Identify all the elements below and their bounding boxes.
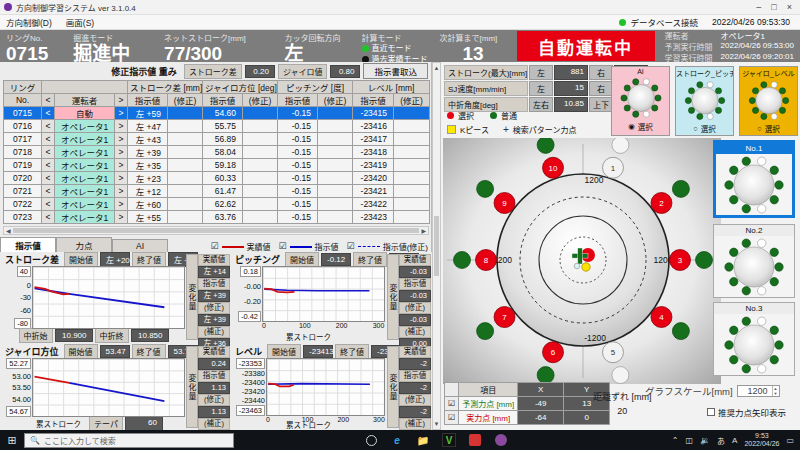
table-row[interactable]: 0720<オペレータ1>左 +2360.33-0.15-23420 (4, 172, 430, 185)
table-row[interactable]: 0715<自動>左 +5954.60-0.15-23415 (4, 107, 430, 120)
tab-force-point[interactable]: 力点 (56, 237, 112, 252)
gyro-mod-cell[interactable] (243, 133, 278, 146)
scrollbar-thumb[interactable] (434, 216, 439, 276)
pitch-mod-cell[interactable] (318, 185, 353, 198)
graph-scale-spinner[interactable]: 1200 ▲▼ (737, 385, 780, 397)
stroke-mod-cell[interactable] (168, 107, 203, 120)
scroll-down-icon[interactable]: ▼ (434, 421, 440, 427)
pitch-mod-cell[interactable] (318, 198, 353, 211)
gyro-mod-cell[interactable] (243, 107, 278, 120)
scrollbar-thumb[interactable] (13, 228, 420, 233)
gyro-mod-cell[interactable] (243, 185, 278, 198)
prev-ring-button[interactable]: < (42, 185, 55, 198)
arrow-checkbox-icon[interactable] (707, 408, 715, 416)
legend-instruction-checkbox[interactable]: ☑ (279, 242, 287, 251)
prev-ring-button[interactable]: < (42, 133, 55, 146)
prev-ring-button[interactable]: < (42, 107, 55, 120)
maximize-button[interactable]: □ (771, 2, 776, 12)
actual-force-checkbox[interactable]: ☑ (445, 411, 459, 425)
internet-explorer-icon[interactable]: e (390, 433, 404, 447)
recommend-arrow-option[interactable]: 推奨力点矢印表示 (707, 406, 786, 418)
level-mod-cell[interactable] (394, 120, 430, 133)
minimize-button[interactable]: – (756, 2, 761, 12)
scroll-left-icon[interactable]: ◀ (6, 227, 11, 234)
prev-ring-button[interactable]: < (42, 146, 55, 159)
taskbar-search[interactable]: 🔍 ここに入力して検索 (24, 433, 234, 448)
stroke-mod-cell[interactable] (168, 133, 203, 146)
table-row[interactable]: 0718<オペレータ1>左 +3958.04-0.15-23418 (4, 146, 430, 159)
stroke-mod-cell[interactable] (168, 146, 203, 159)
gyro-mod-cell[interactable] (243, 120, 278, 133)
table-row[interactable]: 0723<オペレータ1>左 +5563.76-0.15-23423 (4, 211, 430, 224)
cortana-icon[interactable] (364, 433, 378, 447)
close-button[interactable]: × (787, 2, 792, 12)
tray-pc-icon[interactable]: ◫ (686, 436, 694, 445)
next-ring-button[interactable]: > (115, 159, 128, 172)
next-ring-button[interactable]: > (115, 185, 128, 198)
tray-volume-icon[interactable]: 🔉 (700, 436, 710, 445)
pitch-mod-cell[interactable] (318, 172, 353, 185)
ime-kana-icon[interactable]: あ (717, 435, 725, 446)
pitch-mod-cell[interactable] (318, 146, 353, 159)
legend-modified-checkbox[interactable]: ☑ (347, 242, 355, 251)
table-row[interactable]: 0719<オペレータ1>左 +3559.18-0.15-23419 (4, 159, 430, 172)
menu-screen[interactable]: 画面(S) (66, 16, 94, 28)
group-no1-panel[interactable]: No.1 (713, 140, 795, 218)
gyro-mod-cell[interactable] (243, 172, 278, 185)
table-row[interactable]: 0722<オペレータ1>左 +6062.62-0.15-23422 (4, 198, 430, 211)
stroke-mod-cell[interactable] (168, 120, 203, 133)
table-row[interactable]: 0716<オペレータ1>左 +4755.75-0.15-23416 (4, 120, 430, 133)
table-row[interactable]: 0721<オペレータ1>左 +1261.47-0.15-23421 (4, 185, 430, 198)
level-mod-cell[interactable] (394, 146, 430, 159)
stroke-mod-cell[interactable] (168, 185, 203, 198)
prev-ring-button[interactable]: < (42, 198, 55, 211)
gyro-mod-cell[interactable] (243, 198, 278, 211)
start-button[interactable]: ⊞ (0, 434, 24, 447)
level-mod-cell[interactable] (394, 211, 430, 224)
level-mod-cell[interactable] (394, 185, 430, 198)
tray-clock[interactable]: 9:53 2022/04/26 (744, 432, 779, 448)
stroke-mod-cell[interactable] (168, 211, 203, 224)
file-explorer-icon[interactable]: 📁 (416, 433, 430, 447)
next-ring-button[interactable]: > (115, 172, 128, 185)
selector-gyro-level[interactable]: ジャイロ_レベル ○選択 (739, 66, 798, 136)
app-v-icon[interactable]: V (442, 433, 456, 447)
ime-mode-icon[interactable]: A (732, 436, 737, 445)
pitch-mod-cell[interactable] (318, 133, 353, 146)
spinner-down-icon[interactable]: ▼ (774, 391, 778, 396)
table-horizontal-scrollbar[interactable]: ◀ ▶ (3, 226, 429, 235)
pitch-mod-cell[interactable] (318, 120, 353, 133)
prev-ring-button[interactable]: < (42, 172, 55, 185)
level-mod-cell[interactable] (394, 107, 430, 120)
group-no3-panel[interactable]: No.3 (713, 302, 795, 376)
gyro-mod-cell[interactable] (243, 211, 278, 224)
level-mod-cell[interactable] (394, 172, 430, 185)
level-mod-cell[interactable] (394, 159, 430, 172)
pitch-mod-cell[interactable] (318, 211, 353, 224)
gyro-mod-cell[interactable] (243, 159, 278, 172)
prev-ring-button[interactable]: < (42, 120, 55, 133)
import-instruction-button[interactable]: 指示書取込 (363, 63, 428, 79)
group-no2-panel[interactable]: No.2 (713, 224, 795, 298)
prev-ring-button[interactable]: < (42, 159, 55, 172)
prev-ring-button[interactable]: < (42, 211, 55, 224)
panel-vertical-scrollbar[interactable]: ▲ ▼ (432, 62, 441, 430)
app-purple-icon[interactable] (494, 433, 508, 447)
level-mod-cell[interactable] (394, 198, 430, 211)
predicted-force-checkbox[interactable]: ☑ (445, 397, 459, 411)
table-row[interactable]: 0717<オペレータ1>左 +4356.89-0.15-23417 (4, 133, 430, 146)
tab-instruction-value[interactable]: 指示値 (0, 237, 56, 252)
next-ring-button[interactable]: > (115, 133, 128, 146)
app-red-icon[interactable] (468, 433, 482, 447)
next-ring-button[interactable]: > (115, 146, 128, 159)
tray-expand-icon[interactable]: ⌃ (672, 436, 679, 445)
radio-checked-icon[interactable]: ◉ (628, 122, 635, 131)
scroll-up-icon[interactable]: ▲ (434, 65, 440, 71)
pitch-mod-cell[interactable] (318, 107, 353, 120)
next-ring-button[interactable]: > (115, 211, 128, 224)
stroke-mod-cell[interactable] (168, 198, 203, 211)
selector-ai[interactable]: AI ◉選択 (611, 66, 670, 136)
radio-unchecked-icon[interactable]: ○ (757, 124, 762, 133)
notification-icon[interactable]: ▭ (786, 436, 794, 445)
radio-unchecked-icon[interactable]: ○ (693, 124, 698, 133)
